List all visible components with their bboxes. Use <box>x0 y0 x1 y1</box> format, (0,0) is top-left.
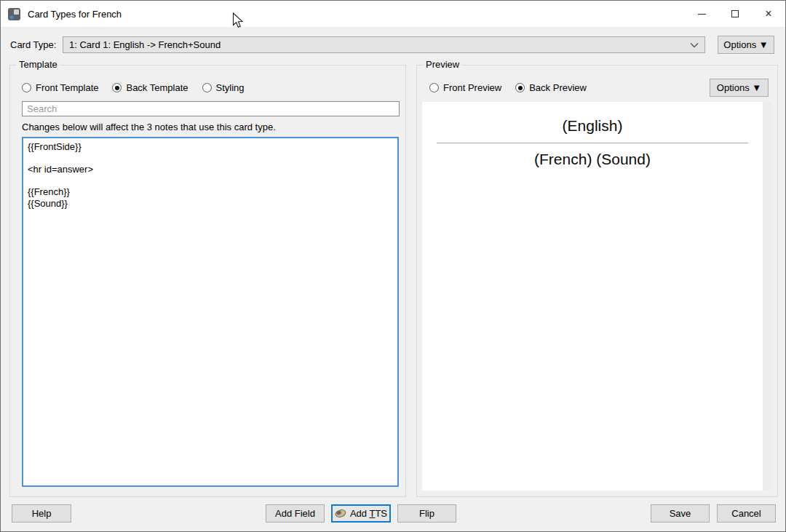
minimize-button[interactable] <box>685 1 718 27</box>
title-bar: ★ Card Types for French × <box>1 1 785 27</box>
close-button[interactable]: × <box>752 1 785 27</box>
back-template-radio[interactable]: Back Template <box>112 82 188 93</box>
preview-scrollbar[interactable] <box>763 102 771 491</box>
front-preview-label: Front Preview <box>443 82 501 93</box>
template-editor[interactable]: {{FrontSide}} <hr id=answer> {{French}} … <box>22 137 399 487</box>
card-type-options-button[interactable]: Options ▼ <box>718 36 774 54</box>
preview-options-button[interactable]: Options ▼ <box>710 79 769 97</box>
template-radio-row: Front Template Back Template Styling <box>22 82 258 93</box>
card-types-dialog: ★ Card Types for French × Card Type: 1: … <box>0 0 786 532</box>
window-title: Card Types for French <box>28 9 122 20</box>
preview-back-text: (French) (Sound) <box>422 151 763 168</box>
chevron-down-icon <box>690 42 699 48</box>
radio-icon <box>22 83 31 92</box>
preview-front-text: (English) <box>422 102 763 135</box>
add-tts-button[interactable]: Add TTS <box>331 504 391 523</box>
front-template-radio[interactable]: Front Template <box>22 82 98 93</box>
radio-checked-icon <box>112 83 122 92</box>
maximize-icon <box>731 10 739 17</box>
help-button[interactable]: Help <box>12 504 71 523</box>
cancel-button[interactable]: Cancel <box>717 504 776 523</box>
styling-radio[interactable]: Styling <box>202 82 245 93</box>
radio-icon <box>429 83 439 92</box>
close-icon: × <box>765 8 771 20</box>
notes-affected-notice: Changes below will affect the 3 notes th… <box>22 122 276 132</box>
back-preview-label: Back Preview <box>529 82 587 93</box>
preview-group-title: Preview <box>423 59 462 70</box>
preview-group: Preview Front Preview Back Preview Optio… <box>416 65 778 497</box>
front-preview-radio[interactable]: Front Preview <box>429 82 501 93</box>
add-tts-label: Add TTS <box>350 508 387 519</box>
template-group: Template Front Template Back Template St… <box>9 65 406 497</box>
anki-app-icon: ★ <box>8 8 20 20</box>
radio-checked-icon <box>515 83 525 92</box>
answer-divider <box>437 143 748 143</box>
card-type-selected-value: 1: Card 1: English -> French+Sound <box>69 39 690 50</box>
add-field-button[interactable]: Add Field <box>266 504 325 523</box>
front-template-label: Front Template <box>36 82 98 93</box>
speaker-icon <box>335 509 346 518</box>
card-type-select[interactable]: 1: Card 1: English -> French+Sound <box>63 36 705 53</box>
preview-radio-row: Front Preview Back Preview <box>429 82 600 93</box>
card-preview: (English) (French) (Sound) <box>422 102 763 491</box>
card-type-label: Card Type: <box>10 39 56 50</box>
flip-button[interactable]: Flip <box>397 504 456 523</box>
styling-label: Styling <box>216 82 245 93</box>
app-icon-star: ★ <box>9 14 15 21</box>
back-preview-radio[interactable]: Back Preview <box>515 82 587 93</box>
search-input[interactable] <box>22 101 400 116</box>
maximize-button[interactable] <box>718 1 752 27</box>
template-group-title: Template <box>16 59 60 70</box>
back-template-label: Back Template <box>126 82 188 93</box>
window-controls: × <box>685 1 785 27</box>
radio-icon <box>202 83 212 92</box>
save-button[interactable]: Save <box>651 504 710 523</box>
minimize-icon <box>698 14 706 15</box>
